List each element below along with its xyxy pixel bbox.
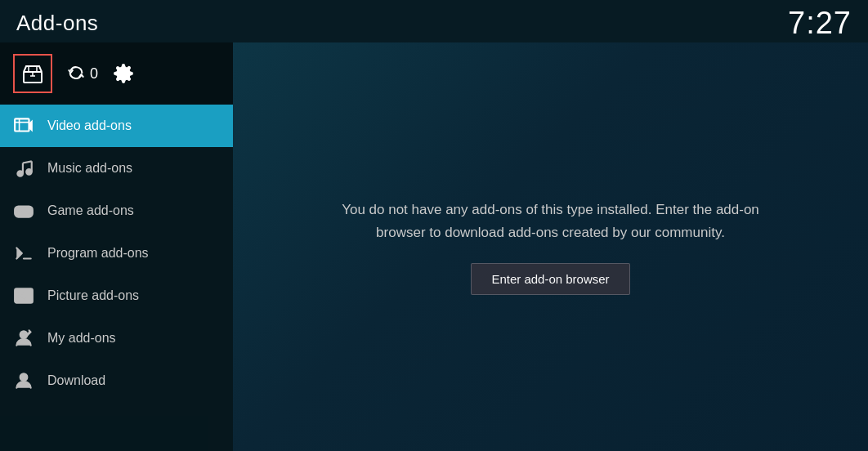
sidebar-item-picture[interactable]: Picture add-ons (0, 275, 233, 317)
download-icon (13, 370, 34, 391)
addon-box-icon (21, 62, 44, 85)
game-icon (13, 200, 34, 221)
sidebar-item-program[interactable]: Program add-ons (0, 232, 233, 275)
sidebar-item-download-label: Download (47, 373, 105, 388)
sidebar-item-myadons[interactable]: My add-ons (0, 317, 233, 359)
sidebar: 0 Video add-ons (0, 42, 233, 451)
music-icon (13, 158, 34, 179)
svg-point-16 (26, 210, 28, 212)
svg-rect-19 (15, 288, 33, 302)
video-icon (13, 115, 34, 136)
update-count: 0 (90, 65, 98, 83)
myadons-icon (13, 328, 34, 349)
sidebar-item-game[interactable]: Game add-ons (0, 190, 233, 232)
header: Add-ons 7:27 (0, 0, 868, 42)
addon-box-button[interactable] (13, 54, 52, 93)
sidebar-item-game-label: Game add-ons (47, 203, 134, 218)
sidebar-item-music[interactable]: Music add-ons (0, 147, 233, 190)
settings-icon[interactable] (113, 63, 134, 84)
picture-icon (13, 285, 34, 306)
program-icon (13, 243, 34, 264)
svg-rect-1 (29, 66, 37, 72)
page-title: Add-ons (16, 11, 98, 36)
content-message: You do not have any add-ons of this type… (322, 199, 780, 243)
sidebar-item-music-label: Music add-ons (47, 161, 132, 176)
sidebar-item-video-label: Video add-ons (47, 118, 132, 133)
sidebar-item-download[interactable]: Download (0, 359, 233, 402)
toolbar: 0 (0, 42, 233, 105)
sidebar-item-myadons-label: My add-ons (47, 331, 116, 346)
refresh-icon (67, 65, 85, 83)
clock: 7:27 (788, 6, 852, 41)
svg-rect-13 (15, 207, 33, 217)
sidebar-item-program-label: Program add-ons (47, 246, 149, 261)
enter-browser-button[interactable]: Enter add-on browser (471, 263, 629, 295)
update-button[interactable]: 0 (67, 65, 98, 83)
svg-point-17 (28, 212, 29, 213)
svg-rect-4 (15, 118, 29, 131)
main-layout: 0 Video add-ons (0, 42, 868, 451)
sidebar-item-picture-label: Picture add-ons (47, 288, 139, 303)
content-area: You do not have any add-ons of this type… (233, 42, 868, 451)
sidebar-item-video[interactable]: Video add-ons (0, 105, 233, 147)
svg-line-12 (23, 161, 32, 163)
